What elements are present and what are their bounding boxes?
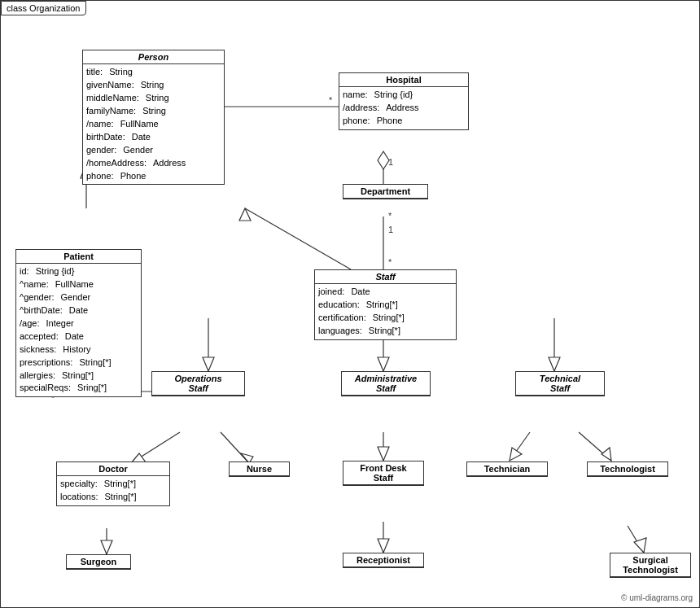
department-class: Department <box>343 184 428 199</box>
person-body: title:String givenName:String middleName… <box>83 64 224 184</box>
svg-marker-18 <box>203 357 214 371</box>
admin-staff-class: AdministrativeStaff <box>341 371 431 396</box>
svg-line-29 <box>510 432 530 461</box>
svg-marker-32 <box>602 448 611 461</box>
copyright: © uml-diagrams.org <box>621 593 693 602</box>
svg-line-23 <box>131 432 180 463</box>
receptionist-class: Receptionist <box>343 553 424 568</box>
svg-line-37 <box>628 526 644 553</box>
technologist-class: Technologist <box>587 461 668 477</box>
staff-class: Staff joined:Date education:String[*] ce… <box>314 269 457 340</box>
ops-staff-header: OperationsStaff <box>152 372 244 396</box>
technician-class: Technician <box>466 461 548 477</box>
patient-header: Patient <box>16 250 141 264</box>
nurse-class: Nurse <box>229 461 290 477</box>
doctor-header: Doctor <box>57 462 169 476</box>
patient-body: id:String {id} ^name:FullName ^gender:Ge… <box>16 264 141 396</box>
svg-text:1: 1 <box>388 225 393 234</box>
svg-text:*: * <box>388 211 392 221</box>
svg-text:*: * <box>329 95 333 105</box>
person-header: Person <box>83 50 224 64</box>
surgeon-header: Surgeon <box>67 555 130 569</box>
svg-marker-4 <box>378 151 389 169</box>
svg-line-12 <box>245 208 351 269</box>
svg-marker-22 <box>549 357 560 371</box>
uml-diagram: class Organization * * 1 * 1 * * * <box>0 0 700 608</box>
svg-marker-28 <box>378 447 389 461</box>
hospital-header: Hospital <box>339 73 468 87</box>
front-desk-header: Front DeskStaff <box>343 461 423 485</box>
svg-marker-30 <box>510 448 522 461</box>
doctor-body: specialty:String[*] locations:String[*] <box>57 476 169 505</box>
patient-class: Patient id:String {id} ^name:FullName ^g… <box>15 249 142 397</box>
technician-header: Technician <box>467 462 547 476</box>
svg-marker-38 <box>634 538 646 553</box>
svg-text:1: 1 <box>388 157 393 167</box>
svg-marker-34 <box>101 540 112 554</box>
surgeon-class: Surgeon <box>66 554 131 570</box>
staff-header: Staff <box>315 270 456 284</box>
svg-marker-36 <box>378 539 389 553</box>
technologist-header: Technologist <box>588 462 667 476</box>
person-class: Person title:String givenName:String mid… <box>82 50 225 185</box>
nurse-header: Nurse <box>230 462 289 476</box>
front-desk-class: Front DeskStaff <box>343 461 424 486</box>
svg-text:*: * <box>388 257 392 267</box>
surgical-tech-header: SurgicalTechnologist <box>610 553 690 577</box>
admin-staff-header: AdministrativeStaff <box>342 372 430 396</box>
receptionist-header: Receptionist <box>343 553 423 567</box>
hospital-class: Hospital name:String {id} /address:Addre… <box>339 72 469 130</box>
doctor-class: Doctor specialty:String[*] locations:Str… <box>56 461 170 506</box>
svg-marker-20 <box>378 357 389 371</box>
tech-staff-header: TechnicalStaff <box>516 372 604 396</box>
svg-line-31 <box>579 432 611 461</box>
svg-marker-13 <box>239 208 251 221</box>
tech-staff-class: TechnicalStaff <box>515 371 605 396</box>
department-header: Department <box>343 185 427 199</box>
hospital-body: name:String {id} /address:Address phone:… <box>339 87 468 129</box>
ops-staff-class: OperationsStaff <box>151 371 245 396</box>
diagram-title: class Organization <box>1 1 86 15</box>
svg-line-25 <box>221 432 249 463</box>
surgical-tech-class: SurgicalTechnologist <box>610 553 691 578</box>
staff-body: joined:Date education:String[*] certific… <box>315 284 456 339</box>
